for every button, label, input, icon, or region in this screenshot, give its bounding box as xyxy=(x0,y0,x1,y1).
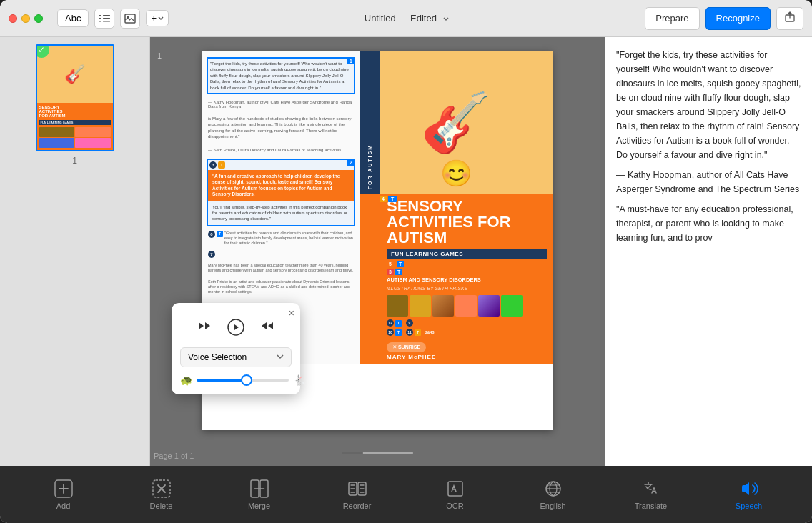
scroll-area xyxy=(342,452,413,454)
titlebar: Abc + xyxy=(0,0,812,37)
photos-grid xyxy=(387,295,547,317)
tool-speech[interactable]: Speech xyxy=(728,479,771,510)
bottom-toolbar: Add Delete Merge xyxy=(0,466,812,523)
tool-merge[interactable]: Merge xyxy=(238,479,281,510)
svg-rect-5 xyxy=(103,21,110,22)
tool-translate[interactable]: Translate xyxy=(630,479,673,510)
badge-grp-10: 10 T xyxy=(387,329,402,336)
close-button[interactable] xyxy=(9,14,17,23)
title-text: Untitled — Edited xyxy=(365,13,437,24)
section-7: 7 xyxy=(207,249,355,259)
bottom-badges-2: 10 T 11 T 2&4S xyxy=(387,329,547,336)
cover-right-layout: 🎸 😊 SENSORY ACTIVITIES FOR AUTISM xyxy=(360,51,553,364)
book-illustrations: ILLUSTRATIONS BY SETH FRISKE xyxy=(387,286,547,291)
scroll-track[interactable] xyxy=(342,452,413,454)
slow-icon: 🐢 xyxy=(180,374,192,386)
review-text: "Forget the kids, try these activities f… xyxy=(616,48,801,162)
author-logo: ☀ SUNRISE xyxy=(387,342,426,352)
page-thumbnail[interactable]: ✓ 🎸 SENSORYACTIVITIESFOR AUTISM FUN LEAR… xyxy=(36,44,114,151)
badge-3-cover: 3 xyxy=(387,269,394,275)
toolbar-left: Abc + xyxy=(57,9,169,29)
book-subtitle-bar: FUN LEARNING GAMES xyxy=(387,249,547,259)
tool-english[interactable]: English xyxy=(532,479,575,510)
ukulele-image: 🎸 xyxy=(420,89,492,156)
globe-icon xyxy=(543,479,563,499)
voice-selection-button[interactable]: Voice Selection xyxy=(180,347,292,367)
audio-popup: × xyxy=(172,303,300,394)
series-text: AUTISM AND SENSORY DISORDERS xyxy=(387,277,547,283)
ocr-svg-icon xyxy=(446,479,465,498)
share-button[interactable] xyxy=(776,7,803,30)
series-row: 3 T xyxy=(387,269,547,275)
t-badge-top: T xyxy=(388,196,397,202)
translate-label: Translate xyxy=(635,502,667,510)
reorder-svg-icon xyxy=(348,479,367,498)
tool-add[interactable]: Add xyxy=(42,479,85,510)
tool-delete[interactable]: Delete xyxy=(140,479,183,510)
fast-icon: 🐇 xyxy=(293,374,305,386)
t-badge-blue: T xyxy=(217,231,223,237)
add-svg-icon xyxy=(54,479,73,498)
t-badge-10: T xyxy=(395,329,402,336)
badge-row-2: 3 T xyxy=(208,160,354,170)
image-icon xyxy=(124,14,136,24)
maximize-button[interactable] xyxy=(34,14,43,23)
thumb-cover-top: 🎸 xyxy=(37,46,113,103)
chevron-down-icon xyxy=(442,16,450,23)
sel-badge-1: 1 xyxy=(347,58,355,64)
attribution-2: is Mary a few of the hundreds of studies… xyxy=(207,114,355,141)
audio-controls xyxy=(180,312,292,340)
thumb-photos xyxy=(39,127,111,148)
share-icon xyxy=(784,11,796,23)
sel-badge-2: 2 xyxy=(347,159,355,166)
ocr-label: OCR xyxy=(446,502,463,510)
tool-reorder[interactable]: Reorder xyxy=(336,479,379,510)
svg-rect-4 xyxy=(99,21,102,22)
num-3-badge: 3 xyxy=(209,161,217,169)
book-title: SENSORY ACTIVITIES FOR AUTISM xyxy=(387,199,547,246)
badge-num-9: 9 xyxy=(406,319,413,327)
abc-button[interactable]: Abc xyxy=(57,9,89,27)
left-text-1: "Forget the kids, try these activities f… xyxy=(210,61,352,91)
list-icon-button[interactable] xyxy=(94,9,114,29)
author-name: MARY McPHEE xyxy=(387,354,547,360)
page-count-label: Page 1 of 1 xyxy=(154,452,194,460)
attribution-kathy: — Kathy Hoopman, author of All Cats Have… xyxy=(616,168,801,196)
recognize-button[interactable]: Recognize xyxy=(705,7,771,30)
speech-label: Speech xyxy=(736,502,762,510)
speed-slider[interactable] xyxy=(197,379,289,382)
forward-button[interactable] xyxy=(260,319,274,336)
thumb-blue-bar: FUN LEARNING GAMES xyxy=(39,120,111,125)
attribution-3: — Seth Priske, Laura Desorcy and Laura E… xyxy=(207,146,355,154)
ocr-icon xyxy=(445,479,465,499)
photos-row-1 xyxy=(387,295,547,317)
tool-ocr[interactable]: OCR xyxy=(434,479,477,510)
audio-popup-close-button[interactable]: × xyxy=(289,307,294,319)
translate-svg-icon xyxy=(642,479,660,498)
prepare-button[interactable]: Prepare xyxy=(645,7,699,30)
right-col: 🎸 😊 SENSORY ACTIVITIES FOR AUTISM xyxy=(360,51,553,364)
minimize-button[interactable] xyxy=(21,14,30,23)
badge-4: 4 xyxy=(380,196,387,202)
play-button[interactable] xyxy=(223,314,249,340)
cover-top-area: 🎸 😊 xyxy=(360,51,553,194)
voice-selection-label: Voice Selection xyxy=(188,352,247,362)
badge-grp-12: 12 T xyxy=(387,319,402,327)
thumb-title: SENSORYACTIVITIESFOR AUTISM xyxy=(39,105,111,118)
svg-rect-3 xyxy=(103,18,110,19)
page-count-text: Page 1 of 1 xyxy=(154,452,194,460)
toolbar-right: Prepare Recognize xyxy=(645,7,803,30)
sel-badges-row: 4 T xyxy=(380,196,397,202)
add-menu-button[interactable]: + xyxy=(146,10,169,26)
add-label: Add xyxy=(56,502,71,510)
doc-area[interactable]: 1 1 "Forget the kids, try these activiti… xyxy=(150,37,605,466)
author-name-text: MARY McPHEE xyxy=(387,354,547,360)
attribution-1: — Kathy Hoopman, author of All Cats Have… xyxy=(207,99,355,110)
bottom-badges: 12 T 9 xyxy=(387,319,547,327)
reorder-icon xyxy=(347,479,367,499)
rewind-button[interactable] xyxy=(197,319,212,336)
badge-grp-11: 11 T xyxy=(406,329,421,336)
image-icon-button[interactable] xyxy=(120,9,140,29)
delete-icon xyxy=(152,479,172,499)
plus-icon: + xyxy=(151,13,157,24)
